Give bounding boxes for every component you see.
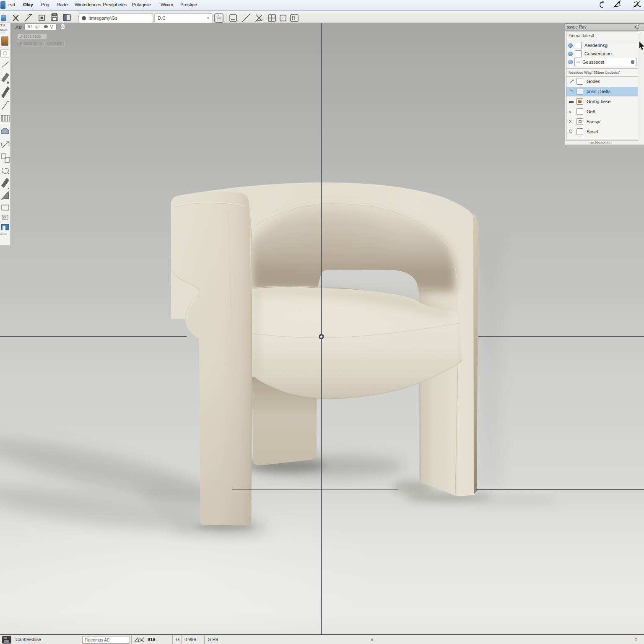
svg-text:Itmregamy\Gs: Itmregamy\Gs [88, 16, 118, 21]
svg-text:05501: 05501 [0, 233, 8, 236]
svg-text:D,C: D,C [158, 16, 166, 21]
svg-text:▾: ▾ [207, 16, 209, 20]
svg-text:c: c [282, 16, 283, 20]
